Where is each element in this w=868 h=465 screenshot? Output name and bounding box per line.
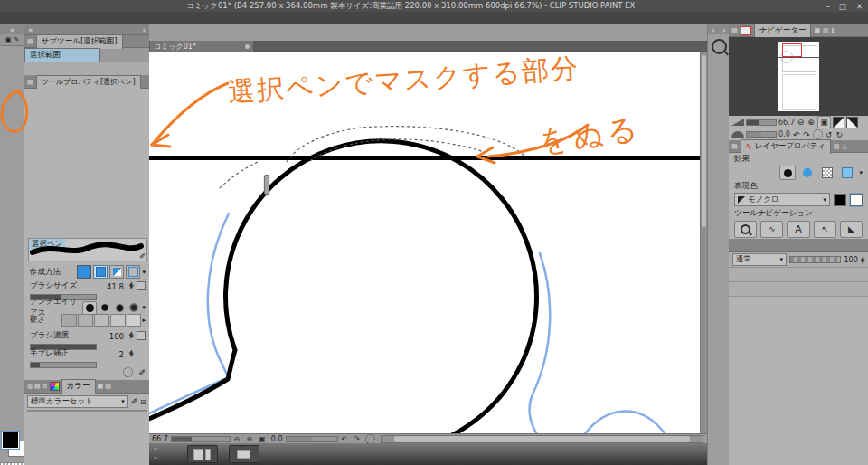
color-history-tab-icon[interactable]: ▦ xyxy=(98,383,104,390)
ruler-tab-icon[interactable]: ◬ xyxy=(842,143,846,150)
hardness-more-icon[interactable]: ▸ xyxy=(142,317,146,324)
flip-horizontal-icon[interactable] xyxy=(833,117,844,128)
antialias-dropdown-icon[interactable]: ▾ xyxy=(142,304,146,311)
navigator-tab[interactable]: ナビゲーター xyxy=(754,24,812,38)
information-tab-icon[interactable]: ℹ xyxy=(832,27,835,34)
color-set-wrench-icon[interactable]: ✐ xyxy=(131,397,138,406)
color-mix-tab-icon[interactable]: ≡ xyxy=(42,383,48,390)
item-bank-tab-icon[interactable]: ▥ xyxy=(823,27,829,34)
antialias-none-button[interactable] xyxy=(82,301,97,315)
horizontal-scroll-thumb[interactable] xyxy=(394,436,690,442)
toolnav-select-button[interactable]: ↖ xyxy=(814,221,836,238)
status-rotation-slider[interactable] xyxy=(286,436,338,442)
toolbar-tab-icons[interactable]: ▣✎ xyxy=(0,34,24,46)
nav-reset-rotation-icon[interactable] xyxy=(813,129,823,139)
panel-menu-icon[interactable]: ▤ xyxy=(731,143,738,150)
page-spread-button-2[interactable] xyxy=(229,445,259,463)
panel-menu-icon[interactable]: ▤ xyxy=(27,38,33,45)
minimize-button[interactable]: – xyxy=(822,2,835,11)
collapse-toolbar-icon[interactable]: « xyxy=(0,24,24,34)
close-button[interactable]: ✕ xyxy=(851,2,868,11)
antialias-middle-button[interactable] xyxy=(113,302,126,314)
method-add-button[interactable] xyxy=(93,265,108,279)
color-wheel-tab-icon[interactable]: ◍ xyxy=(27,383,33,390)
nav-fit-icon[interactable]: ▣ xyxy=(817,116,831,128)
toolnav-flip-button[interactable]: ◣ xyxy=(840,221,863,238)
subtool-group-tab[interactable]: 選択範囲 xyxy=(24,48,100,62)
hardness-3[interactable] xyxy=(94,314,109,327)
nav-redo-view-icon[interactable]: ↻ xyxy=(835,129,844,140)
navigator-view-rect[interactable] xyxy=(782,43,802,57)
document-tab[interactable]: コミック01* xyxy=(150,41,253,52)
color-slider-tab-icon[interactable]: ▤ xyxy=(34,383,41,390)
expand-page-bar-icon[interactable]: ⌃⌄ xyxy=(149,448,162,460)
layer-search-tab-icon[interactable]: ▧ xyxy=(834,143,840,150)
stabilize-stepper[interactable]: ▲▼ xyxy=(129,349,133,356)
draw-white-toggle[interactable] xyxy=(850,194,863,206)
layer-opacity-value[interactable]: 100 xyxy=(844,256,857,264)
antialias-weak-button[interactable] xyxy=(99,302,111,314)
density-stepper[interactable]: ▲▼ xyxy=(129,331,133,338)
horizontal-scrollbar[interactable] xyxy=(381,435,703,443)
hardness-5[interactable] xyxy=(127,314,142,327)
effect-dropdown-icon[interactable]: ▾ xyxy=(859,169,863,176)
dock-menu-icon[interactable]: ‹ xyxy=(142,25,146,34)
antialias-strong-button[interactable] xyxy=(127,302,140,314)
border-effect-button[interactable] xyxy=(779,166,796,180)
wrench-icon[interactable]: ✐ xyxy=(138,368,146,377)
method-multiply-button[interactable] xyxy=(126,265,140,279)
wrench-icon[interactable]: ✐ xyxy=(139,252,146,261)
subtool-panel-title[interactable]: サブツール[選択範囲] xyxy=(36,34,123,49)
tool-property-title[interactable]: ツールプロパティ[選択ペン] xyxy=(36,75,141,89)
subview-tab-icon[interactable]: ▦ xyxy=(814,27,820,34)
navigator-zoom-slider[interactable] xyxy=(746,119,777,126)
color-set-lock-icon[interactable]: ⊟ xyxy=(140,398,146,406)
method-dropdown-icon[interactable]: ▾ xyxy=(142,269,146,276)
canvas-viewport[interactable] xyxy=(149,52,700,433)
nav-zoom-in-icon[interactable]: ⊕ xyxy=(807,117,816,128)
navigator-rotation-slider[interactable] xyxy=(746,131,777,138)
tab-close-icon[interactable] xyxy=(245,44,250,49)
tone-effect-button[interactable] xyxy=(819,166,835,180)
flip-vertical-icon[interactable] xyxy=(846,117,858,128)
toolnav-curve-button[interactable]: ∿ xyxy=(760,221,783,238)
blend-mode-select[interactable]: 通常▾ xyxy=(732,253,787,266)
density-value[interactable]: 100 xyxy=(109,332,124,341)
method-new-button[interactable] xyxy=(77,265,91,279)
brush-size-value[interactable]: 41.8 xyxy=(107,282,124,291)
panel-menu-icon[interactable]: ▤ xyxy=(27,79,33,86)
reset-settings-icon[interactable] xyxy=(123,367,133,377)
approx-color-tab-icon[interactable]: ▧ xyxy=(105,383,111,390)
layer-color-effect-button[interactable] xyxy=(839,166,855,180)
panel-menu-icon[interactable]: ▤ xyxy=(731,27,738,34)
collapse-dock-icon[interactable]: « xyxy=(28,25,33,34)
toolnav-text-button[interactable]: A xyxy=(787,221,809,238)
hardness-1[interactable] xyxy=(61,314,77,327)
stabilize-value[interactable]: 2 xyxy=(119,350,124,359)
brush-size-dynamics-button[interactable] xyxy=(137,281,146,290)
brush-size-stepper[interactable]: ▲▼ xyxy=(129,281,133,289)
tone-effect-blue-button[interactable] xyxy=(799,166,816,180)
method-subtract-button[interactable] xyxy=(109,265,124,279)
maximize-button[interactable]: □ xyxy=(835,2,851,11)
layer-opacity-stepper[interactable]: ▲▼ xyxy=(861,256,864,263)
navigator-preview[interactable] xyxy=(729,37,868,116)
color-panel-tab[interactable]: カラー xyxy=(61,379,96,394)
toolnav-zoom-button[interactable] xyxy=(734,221,757,238)
layer-opacity-slider[interactable] xyxy=(789,256,841,263)
foreground-color-swatch[interactable] xyxy=(2,432,19,449)
expression-color-select[interactable]: モノクロ ▾ xyxy=(734,193,830,206)
hardness-2[interactable] xyxy=(78,314,93,327)
page-spread-button-1[interactable] xyxy=(187,445,218,463)
hardness-4[interactable] xyxy=(110,314,126,327)
layer-property-tab[interactable]: ✎レイヤープロパティ xyxy=(741,139,831,154)
material-strip-header[interactable]: ‹› xyxy=(708,24,730,34)
nav-zoom-out-icon[interactable]: ⊖ xyxy=(797,117,806,128)
color-set-select[interactable]: 標準カラーセット▾ xyxy=(27,395,128,408)
density-dynamics-button[interactable] xyxy=(137,331,146,340)
vertical-scroll-thumb[interactable] xyxy=(702,55,706,227)
navigator-tab-icon[interactable] xyxy=(741,26,751,35)
status-zoom-slider[interactable] xyxy=(171,436,231,442)
color-set-tab-icon[interactable] xyxy=(50,382,60,391)
quick-zoom-button[interactable] xyxy=(708,34,730,58)
